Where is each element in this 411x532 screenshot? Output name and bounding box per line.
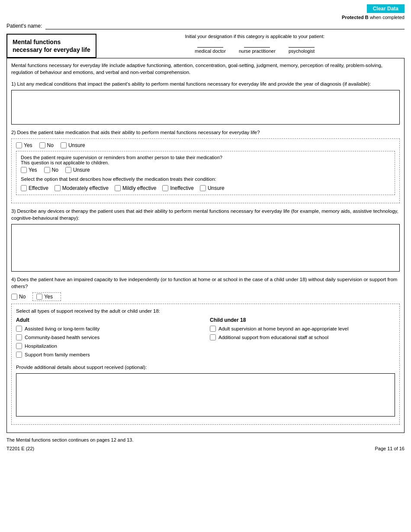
- sup-unsure-label: Unsure: [73, 167, 90, 173]
- designation-line-np[interactable]: [244, 42, 270, 48]
- child-cb-1[interactable]: [210, 334, 216, 340]
- support-label: Select all types of support received by …: [16, 308, 395, 314]
- patient-name-label: Patient's name:: [6, 23, 42, 29]
- eff-moderately-checkbox[interactable]: [55, 185, 61, 191]
- clear-data-button[interactable]: Clear Data: [367, 4, 405, 13]
- child-cb-0[interactable]: [210, 326, 216, 332]
- q2-no-item: No: [39, 142, 54, 148]
- designation-line-md[interactable]: [197, 42, 223, 48]
- designation-line-psy[interactable]: [289, 42, 315, 48]
- eff-unsure-checkbox[interactable]: [200, 185, 206, 191]
- eff-effective-label: Effective: [29, 185, 48, 191]
- q2-dashed-section: Yes No Unsure Does the patient require s…: [11, 138, 400, 203]
- adult-item-1: Community-based health services: [16, 334, 201, 340]
- additional-details-textarea[interactable]: [16, 373, 395, 417]
- q2-unsure-item: Unsure: [61, 142, 85, 148]
- header-section: Mental functions necessary for everyday …: [6, 34, 405, 58]
- child-item-1: Additional support from educational staf…: [210, 334, 395, 340]
- q4-yes-dashed: Yes: [32, 292, 61, 301]
- adult-cb-3[interactable]: [16, 352, 22, 358]
- q2-yes-checkbox[interactable]: [16, 142, 22, 148]
- protected-bold: Protected B: [342, 15, 369, 20]
- sup-yes-item: Yes: [21, 167, 37, 173]
- child-item-0: Adult supervision at home beyond an age-…: [210, 326, 395, 332]
- adult-label-3: Support from family members: [25, 352, 90, 357]
- adult-item-2: Hospitalization: [16, 343, 201, 349]
- patient-name-input[interactable]: [45, 22, 405, 29]
- category-line2: necessary for everyday life: [13, 46, 90, 54]
- additional-details-label: Provide additional details about support…: [16, 364, 395, 371]
- adult-label-1: Community-based health services: [25, 335, 100, 340]
- q4-no-checkbox[interactable]: [11, 294, 17, 300]
- q3-textarea[interactable]: [11, 224, 400, 272]
- q2-yes-label: Yes: [24, 142, 32, 148]
- support-two-col: Adult Assisted living or long-term facil…: [16, 317, 395, 360]
- sup-yes-checkbox[interactable]: [21, 167, 27, 173]
- sup-no-label: No: [52, 167, 58, 173]
- q4-yes-checkbox[interactable]: [36, 294, 42, 300]
- sup-unsure-checkbox[interactable]: [65, 167, 71, 173]
- supervision-options-row: Yes No Unsure: [21, 167, 390, 173]
- page-info: Page 11 of 16: [375, 446, 405, 451]
- effectiveness-options-row: Effective Moderately effective Mildly ef…: [21, 185, 390, 191]
- child-label-1: Additional support from educational staf…: [218, 335, 328, 340]
- adult-label-0: Assisted living or long-term facility: [25, 326, 100, 331]
- protected-rest: when completed: [369, 15, 405, 20]
- question-3: 3) Describe any devices or therapy the p…: [11, 208, 400, 221]
- adult-cb-1[interactable]: [16, 334, 22, 340]
- designation-label-md: medical doctor: [195, 48, 226, 54]
- child-heading: Child under 18: [210, 317, 395, 323]
- sup-unsure-item: Unsure: [65, 167, 90, 173]
- sup-no-item: No: [44, 167, 58, 173]
- support-dashed-section: Select all types of support received by …: [11, 304, 400, 425]
- category-box: Mental functions necessary for everyday …: [6, 34, 96, 58]
- q1-textarea[interactable]: [11, 90, 400, 125]
- q2-yes-item: Yes: [16, 142, 32, 148]
- designation-label-np: nurse practitioner: [239, 48, 276, 54]
- eff-moderately-item: Moderately effective: [55, 185, 109, 191]
- q2-no-checkbox[interactable]: [39, 142, 45, 148]
- top-bar: Clear Data: [6, 4, 405, 13]
- eff-ineffective-checkbox[interactable]: [162, 185, 168, 191]
- support-adult-col: Adult Assisted living or long-term facil…: [16, 317, 201, 360]
- sup-no-checkbox[interactable]: [44, 167, 50, 173]
- eff-mildly-label: Mildly effective: [122, 185, 156, 191]
- eff-unsure-item: Unsure: [200, 185, 225, 191]
- designation-label-psy: psychologist: [289, 48, 315, 54]
- eff-effective-checkbox[interactable]: [21, 185, 27, 191]
- q4-yes-item: Yes: [36, 294, 53, 300]
- designation-col: Initial your designation if this categor…: [105, 34, 405, 58]
- supervision-note: This question is not applicable to child…: [21, 160, 109, 165]
- q2-options-row: Yes No Unsure: [16, 142, 395, 148]
- supervision-dashed-section: Does the patient require supervision or …: [16, 151, 395, 195]
- designation-psychologist: psychologist: [289, 42, 315, 54]
- question-2: 2) Does the patient take medication that…: [11, 129, 400, 136]
- q2-unsure-checkbox[interactable]: [61, 142, 67, 148]
- adult-item-0: Assisted living or long-term facility: [16, 326, 201, 332]
- eff-moderately-label: Moderately effective: [62, 185, 109, 191]
- eff-ineffective-label: Ineffective: [170, 185, 193, 191]
- page-footer: T2201 E (22) Page 11 of 16: [6, 446, 405, 451]
- designation-nurse-practitioner: nurse practitioner: [239, 42, 276, 54]
- designation-instruction: Initial your designation if this categor…: [105, 34, 405, 39]
- effectiveness-label: Select the option that best describes ho…: [21, 176, 390, 183]
- adult-item-3: Support from family members: [16, 352, 201, 358]
- question-4: 4) Does the patient have an impaired cap…: [11, 276, 400, 290]
- sup-yes-label: Yes: [29, 167, 37, 173]
- adult-cb-0[interactable]: [16, 326, 22, 332]
- supervision-question: Does the patient require supervision or …: [21, 155, 390, 165]
- child-label-0: Adult supervision at home beyond an age-…: [218, 326, 348, 331]
- eff-effective-item: Effective: [21, 185, 48, 191]
- eff-mildly-checkbox[interactable]: [115, 185, 121, 191]
- designation-options: medical doctor nurse practitioner psycho…: [105, 42, 405, 54]
- designation-medical-doctor: medical doctor: [195, 42, 226, 54]
- eff-unsure-label: Unsure: [208, 185, 225, 191]
- adult-label-2: Hospitalization: [25, 343, 57, 349]
- main-content-border: Mental functions necessary for everyday …: [6, 58, 405, 433]
- adult-heading: Adult: [16, 317, 201, 323]
- category-line1: Mental functions: [13, 38, 90, 46]
- eff-ineffective-item: Ineffective: [162, 185, 193, 191]
- q2-no-label: No: [47, 142, 54, 148]
- q4-no-item: No: [11, 294, 26, 300]
- adult-cb-2[interactable]: [16, 343, 22, 349]
